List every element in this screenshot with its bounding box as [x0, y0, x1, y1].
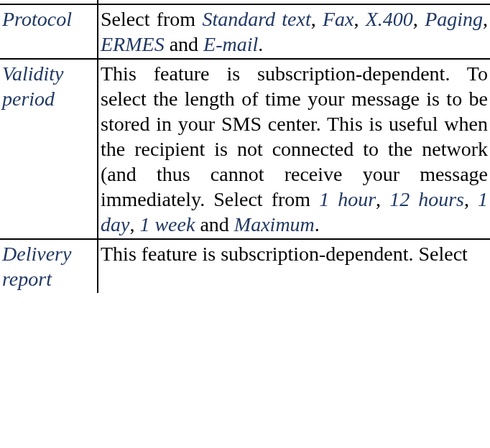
desc-text: center. — [101, 0, 154, 1]
joiner-last: and — [165, 33, 203, 55]
desc-text: Select from — [101, 8, 202, 30]
option: 1 week — [139, 213, 195, 235]
option: Maximum — [234, 213, 315, 235]
term-validity-period: Validity period — [0, 59, 98, 239]
desc-delivery-report: This feature is subscription-dependent. … — [98, 239, 490, 293]
option: ERMES — [101, 33, 165, 55]
option: 12 hours — [389, 188, 464, 210]
desc-validity-period: This feature is subscription-dependent. … — [98, 59, 490, 239]
sep: , — [464, 188, 478, 210]
sep: , — [376, 188, 389, 210]
sep: , — [311, 8, 323, 30]
sep: , — [129, 213, 139, 235]
desc-post: . — [258, 33, 263, 55]
sep: , — [413, 8, 425, 30]
desc-text: This feature is subscription-dependent. … — [101, 243, 468, 265]
sep: , — [353, 8, 365, 30]
term-delivery-report: Delivery report — [0, 239, 98, 293]
term-protocol: Protocol — [0, 4, 98, 59]
desc-protocol: Select from Standard text, Fax, X.400, P… — [98, 4, 490, 59]
joiner-last: and — [195, 213, 234, 235]
option: Standard text — [202, 8, 310, 30]
option: X.400 — [366, 8, 413, 30]
option: E-mail — [203, 33, 258, 55]
sep: , — [483, 8, 488, 30]
option: Paging — [425, 8, 483, 30]
desc-post: . — [315, 213, 320, 235]
option: Fax — [323, 8, 354, 30]
option: 1 hour — [319, 188, 376, 210]
